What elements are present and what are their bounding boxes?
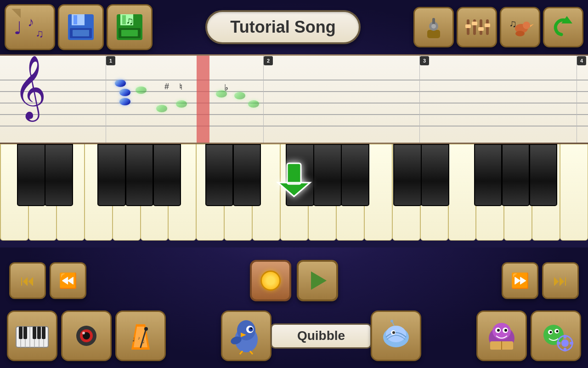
- white-key-c1[interactable]: [0, 144, 28, 241]
- transport-right: ⏩ ⏭: [502, 262, 579, 299]
- white-key-g1[interactable]: [113, 144, 141, 241]
- svg-rect-48: [37, 327, 41, 339]
- note-gem-3: [119, 98, 130, 105]
- svg-rect-94: [570, 342, 573, 345]
- svg-rect-33: [287, 163, 301, 184]
- white-key-e3[interactable]: [448, 144, 476, 241]
- play-button[interactable]: [297, 260, 338, 301]
- load-button[interactable]: ♫: [107, 4, 153, 50]
- undo-button[interactable]: [543, 7, 583, 47]
- white-key-d1[interactable]: [28, 144, 57, 241]
- svg-rect-46: [23, 327, 27, 339]
- white-key-b1[interactable]: [168, 144, 196, 241]
- svg-rect-24: [472, 22, 477, 25]
- note-gem-6: [176, 100, 187, 108]
- eye-button[interactable]: [61, 310, 112, 361]
- rewind-icon: ⏪: [59, 272, 77, 289]
- help-settings-icon: [537, 317, 574, 354]
- measure-4-marker: 4: [577, 54, 577, 144]
- monster-name-display: Quibble: [271, 323, 372, 349]
- note-gem-8: [234, 92, 245, 99]
- svg-line-68: [240, 351, 243, 354]
- help-settings-button[interactable]: [531, 310, 581, 361]
- mixer-button[interactable]: [457, 7, 497, 47]
- sheet-top-border: [0, 54, 588, 56]
- top-right-toolbar: ♫: [413, 7, 583, 47]
- white-key-b2[interactable]: [364, 144, 392, 241]
- transport-center: [250, 260, 338, 301]
- monster2-button[interactable]: [476, 310, 527, 361]
- music-notes-icon: ♩ ♪ ♫: [11, 9, 48, 46]
- joystick-button[interactable]: [413, 7, 454, 47]
- svg-rect-6: [74, 15, 77, 24]
- transport-bar: ⏮ ⏪ ⏩ ⏭: [0, 260, 588, 301]
- white-key-a2[interactable]: [336, 144, 364, 241]
- save-button[interactable]: [58, 4, 104, 50]
- svg-text:♩: ♩: [142, 339, 145, 344]
- fast-forward-icon: ⏩: [511, 272, 529, 289]
- metronome-button[interactable]: ♩ ♪ ♩: [115, 310, 166, 361]
- svg-rect-92: [564, 348, 566, 351]
- sheet-music-area: 𝄞 1 2 3 4 # ♮ ♭: [0, 54, 588, 144]
- music-notes-button[interactable]: ♩ ♪ ♫: [5, 4, 55, 50]
- svg-point-77: [492, 323, 511, 339]
- measure-3-badge: 3: [420, 56, 429, 65]
- quibble-avatar-icon: [227, 316, 266, 356]
- svg-text:♩: ♩: [14, 18, 22, 38]
- eye-icon: [68, 317, 105, 354]
- measure-1-marker: 1: [106, 54, 106, 144]
- svg-marker-3: [11, 9, 21, 18]
- note-gem-2: [119, 89, 130, 96]
- note-gem-4: [136, 86, 147, 94]
- white-key-c3[interactable]: [392, 144, 420, 241]
- svg-point-66: [250, 328, 252, 329]
- top-left-toolbar: ♩ ♪ ♫: [5, 4, 153, 50]
- svg-rect-11: [122, 15, 126, 24]
- svg-rect-25: [478, 27, 484, 31]
- monster-alt-button[interactable]: [371, 310, 421, 361]
- bird-notes-button[interactable]: ♫: [500, 7, 540, 47]
- svg-point-75: [390, 320, 393, 322]
- rewind-button[interactable]: ⏪: [50, 262, 86, 299]
- skip-forward-icon: ⏭: [553, 272, 568, 289]
- piano-button[interactable]: [7, 310, 57, 361]
- white-key-d2[interactable]: [224, 144, 252, 241]
- monster-display: Quibble: [221, 310, 421, 361]
- svg-rect-93: [557, 342, 560, 345]
- monster-avatar-button[interactable]: [221, 310, 271, 361]
- note-gem-9: [248, 100, 259, 108]
- save-icon: [64, 11, 97, 44]
- white-key-b3[interactable]: [560, 144, 588, 241]
- shell-icon: [377, 316, 416, 356]
- white-key-e1[interactable]: [57, 144, 85, 241]
- bottom-bar: ♩ ♪ ♩: [0, 304, 588, 368]
- skip-back-button[interactable]: ⏮: [9, 262, 46, 299]
- white-key-f3[interactable]: [476, 144, 504, 241]
- undo-icon: [548, 12, 578, 42]
- fast-forward-button[interactable]: ⏩: [502, 262, 538, 299]
- monster2-icon: [483, 317, 520, 354]
- svg-point-84: [543, 325, 564, 345]
- svg-rect-13: [121, 30, 138, 36]
- accidental-sharp: #: [164, 82, 169, 92]
- record-button[interactable]: [250, 260, 291, 301]
- accidental-natural: ♮: [179, 82, 182, 92]
- load-icon: ♫: [113, 11, 146, 44]
- staff-line-4: [0, 114, 588, 115]
- white-key-a3[interactable]: [532, 144, 560, 241]
- svg-point-28: [523, 22, 530, 29]
- note-gem-5: [156, 105, 167, 112]
- svg-point-88: [556, 330, 559, 333]
- measure-3-marker: 3: [419, 54, 420, 144]
- white-key-a1[interactable]: [141, 144, 169, 241]
- white-key-g3[interactable]: [504, 144, 532, 241]
- skip-forward-button[interactable]: ⏭: [542, 262, 579, 299]
- svg-rect-23: [465, 24, 471, 28]
- down-arrow-indicator: [273, 159, 315, 200]
- white-key-f1[interactable]: [85, 144, 113, 241]
- transport-left: ⏮ ⏪: [9, 262, 86, 299]
- measure-2-marker: 2: [263, 54, 264, 144]
- white-key-c2[interactable]: [196, 144, 224, 241]
- white-key-d3[interactable]: [420, 144, 448, 241]
- svg-point-53: [82, 332, 85, 334]
